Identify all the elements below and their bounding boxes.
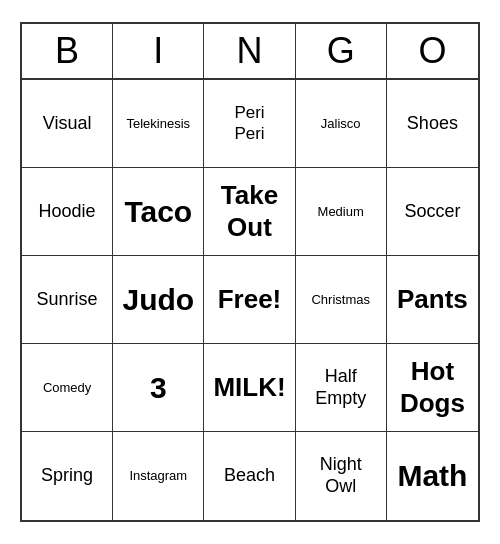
- cell-text-1: Telekinesis: [126, 116, 190, 132]
- header-letter-n: N: [204, 24, 295, 78]
- cell-text-11: Judo: [122, 282, 194, 318]
- cell-text-9: Soccer: [404, 201, 460, 223]
- bingo-cell-13: Christmas: [296, 256, 387, 344]
- cell-text-7: TakeOut: [221, 180, 278, 242]
- header-letter-b: B: [22, 24, 113, 78]
- bingo-cell-23: NightOwl: [296, 432, 387, 520]
- cell-text-16: 3: [150, 370, 167, 406]
- bingo-cell-3: Jalisco: [296, 80, 387, 168]
- cell-text-4: Shoes: [407, 113, 458, 135]
- bingo-cell-12: Free!: [204, 256, 295, 344]
- bingo-cell-10: Sunrise: [22, 256, 113, 344]
- cell-text-14: Pants: [397, 284, 468, 315]
- cell-text-0: Visual: [43, 113, 92, 135]
- cell-text-19: HotDogs: [400, 356, 465, 418]
- cell-text-23: NightOwl: [320, 454, 362, 497]
- header-letter-i: I: [113, 24, 204, 78]
- bingo-grid: VisualTelekinesisPeriPeriJaliscoShoesHoo…: [22, 80, 478, 520]
- bingo-cell-9: Soccer: [387, 168, 478, 256]
- cell-text-15: Comedy: [43, 380, 91, 396]
- bingo-cell-2: PeriPeri: [204, 80, 295, 168]
- cell-text-21: Instagram: [129, 468, 187, 484]
- bingo-cell-0: Visual: [22, 80, 113, 168]
- cell-text-6: Taco: [124, 194, 192, 230]
- header-letter-o: O: [387, 24, 478, 78]
- bingo-cell-20: Spring: [22, 432, 113, 520]
- bingo-cell-4: Shoes: [387, 80, 478, 168]
- cell-text-17: MILK!: [213, 372, 285, 403]
- bingo-cell-15: Comedy: [22, 344, 113, 432]
- bingo-cell-14: Pants: [387, 256, 478, 344]
- bingo-cell-8: Medium: [296, 168, 387, 256]
- header-letter-g: G: [296, 24, 387, 78]
- bingo-cell-18: HalfEmpty: [296, 344, 387, 432]
- cell-text-24: Math: [397, 458, 467, 494]
- cell-text-22: Beach: [224, 465, 275, 487]
- cell-text-20: Spring: [41, 465, 93, 487]
- bingo-cell-24: Math: [387, 432, 478, 520]
- cell-text-18: HalfEmpty: [315, 366, 366, 409]
- bingo-cell-21: Instagram: [113, 432, 204, 520]
- cell-text-8: Medium: [318, 204, 364, 220]
- bingo-cell-5: Hoodie: [22, 168, 113, 256]
- bingo-cell-17: MILK!: [204, 344, 295, 432]
- cell-text-13: Christmas: [311, 292, 370, 308]
- bingo-cell-11: Judo: [113, 256, 204, 344]
- bingo-header: BINGO: [22, 24, 478, 80]
- bingo-cell-6: Taco: [113, 168, 204, 256]
- bingo-cell-1: Telekinesis: [113, 80, 204, 168]
- bingo-cell-16: 3: [113, 344, 204, 432]
- cell-text-12: Free!: [218, 284, 282, 315]
- cell-text-10: Sunrise: [37, 289, 98, 311]
- cell-text-3: Jalisco: [321, 116, 361, 132]
- bingo-cell-19: HotDogs: [387, 344, 478, 432]
- cell-text-5: Hoodie: [39, 201, 96, 223]
- cell-text-2: PeriPeri: [234, 103, 264, 144]
- bingo-cell-7: TakeOut: [204, 168, 295, 256]
- bingo-card: BINGO VisualTelekinesisPeriPeriJaliscoSh…: [20, 22, 480, 522]
- bingo-cell-22: Beach: [204, 432, 295, 520]
